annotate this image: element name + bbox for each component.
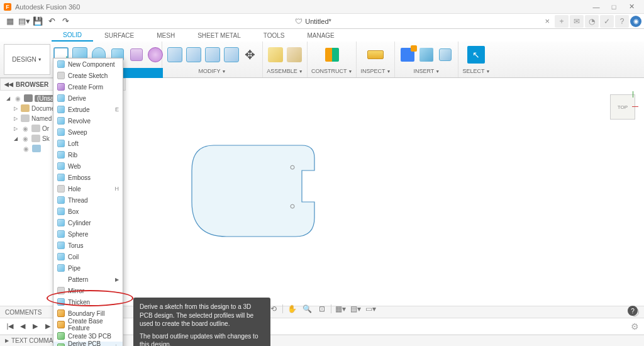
visibility-icon[interactable]: ◉ [21,145,30,152]
display-settings-button[interactable]: ▦▾ [334,303,347,315]
create-form-tool[interactable] [147,46,164,64]
cursor-icon: ↖ [467,46,485,64]
menu-thicken[interactable]: Thicken [53,296,123,308]
menu-create-sketch[interactable]: Create Sketch [53,70,123,81]
menu-torus[interactable]: Torus [53,240,123,251]
menu-derive-pcb-from-sketch[interactable]: Derive PCB from Sketch⋮ [53,342,123,346]
undo-button[interactable]: ↶ [45,15,58,28]
menu-derive[interactable]: Derive [53,92,123,104]
tooltip-text-1: Derive a sketch from this design to a 3D… [140,303,264,328]
menu-new-component[interactable]: New Component [53,59,123,70]
expand-icon[interactable]: ▷ [13,116,19,121]
menu-coil[interactable]: Coil [53,251,123,262]
box-icon [57,208,65,215]
press-pull-tool[interactable] [166,46,184,64]
insert-decal-tool[interactable] [418,46,435,64]
menu-create-form[interactable]: Create Form [53,81,123,92]
menu-extrude[interactable]: ExtrudeE [53,104,123,115]
context-help-button[interactable]: ? [628,306,638,316]
shell-tool[interactable] [204,46,221,64]
construct-plane-tool[interactable] [323,46,341,64]
menu-emboss[interactable]: Emboss [53,172,123,183]
insert-derive-tool[interactable] [399,46,416,64]
window-maximize-button[interactable]: □ [605,3,623,11]
extensions-button[interactable]: ◔ [585,15,599,28]
visibility-icon[interactable]: ◉ [21,125,30,132]
menu-label: Thicken [68,299,90,306]
menu-cylinder[interactable]: Cylinder [53,217,123,228]
insert-mcmaster-tool[interactable] [436,46,454,64]
timeline-back-button[interactable]: ◀ [18,321,28,332]
zoom-button[interactable]: 🔍 [301,303,313,315]
job-status-button[interactable]: ✓ [600,15,614,28]
menu-label: Loft [68,140,79,147]
timeline-start-button[interactable]: |◀ [5,321,15,332]
viewport-button[interactable]: ▭▾ [364,303,377,315]
notifications-button[interactable]: ✉ [570,15,584,28]
visibility-icon[interactable]: ◉ [13,95,22,102]
menu-web[interactable]: Web [53,160,123,172]
app-icon: F [4,3,11,11]
loft-icon [57,140,65,147]
menu-hole[interactable]: HoleH [53,183,123,194]
menu-create-base-feature[interactable]: Create Base Feature [53,319,123,330]
help-button[interactable]: ? [615,15,629,28]
redo-button[interactable]: ↷ [59,15,72,28]
emboss-tool[interactable] [128,46,145,64]
pan-button[interactable]: ✋ [286,303,298,315]
menu-label: Torus [68,242,83,249]
user-avatar[interactable]: ◉ [630,16,641,27]
tab-mesh[interactable]: MESH [145,29,186,42]
file-menu-button[interactable]: ▤▾ [18,15,30,28]
data-panel-button[interactable]: ▦ [4,15,16,28]
tab-tools[interactable]: TOOLS [252,29,296,42]
joint-tool[interactable] [286,46,303,64]
select-tool[interactable]: ↖ [467,46,485,64]
fillet-tool[interactable] [185,46,203,64]
menu-pipe[interactable]: Pipe [53,262,123,274]
menu-mirror[interactable]: Mirror [53,285,123,296]
menu-loft[interactable]: Loft [53,138,123,149]
insert-group-label: INSERT [414,68,435,74]
tab-close-button[interactable]: × [545,16,550,26]
menu-pattern[interactable]: Pattern▶ [53,274,123,285]
expand-icon[interactable]: ▷ [13,106,19,111]
tab-sheet-metal[interactable]: SHEET METAL [186,29,252,42]
document-tab[interactable]: 🛡 Untitled* [295,17,331,26]
timeline-settings-button[interactable]: ⚙ [631,321,639,332]
combine-tool[interactable] [223,46,240,64]
grid-settings-button[interactable]: ▤▾ [349,303,362,315]
menu-rib[interactable]: Rib [53,149,123,160]
viewcube-face-label: TOP [618,104,628,110]
tab-solid[interactable]: SOLID [52,29,93,42]
visibility-icon[interactable]: ◉ [21,135,30,142]
tab-surface[interactable]: SURFACE [93,29,145,42]
timeline-forward-button[interactable]: ▶ [43,321,53,332]
new-component-tool[interactable] [267,46,284,64]
viewcube[interactable]: TOP [610,94,635,120]
fit-button[interactable]: ⊡ [316,303,328,315]
menu-box[interactable]: Box [53,206,123,217]
menu-sphere[interactable]: Sphere [53,228,123,240]
move-tool[interactable]: ✥ [242,46,259,64]
tab-manage[interactable]: MANAGE [296,29,345,42]
workspace-switcher[interactable]: DESIGN▼ [4,44,50,75]
menu-sweep[interactable]: Sweep [53,126,123,138]
measure-tool[interactable] [367,46,384,64]
menu-label: New Component [68,61,114,68]
expand-icon[interactable]: ◢ [13,136,19,142]
menu-label: Extrude [68,106,89,113]
model-canvas[interactable]: TOP [126,91,644,306]
window-minimize-button[interactable]: — [587,3,605,11]
menu-thread[interactable]: Thread [53,194,123,206]
expand-icon[interactable]: ▷ [13,126,19,131]
new-design-button[interactable]: + [555,15,569,28]
timeline-play-button[interactable]: ▶ [30,321,40,332]
expand-icon[interactable]: ◢ [5,96,11,101]
sketch-profile[interactable] [189,142,333,243]
menu-revolve[interactable]: Revolve [53,115,123,126]
ribbon-group-inspect: INSPECT▼ [357,42,395,77]
workspace-label: DESIGN [12,56,36,63]
save-button[interactable]: 💾 [31,15,44,28]
window-close-button[interactable]: ✕ [623,3,640,11]
